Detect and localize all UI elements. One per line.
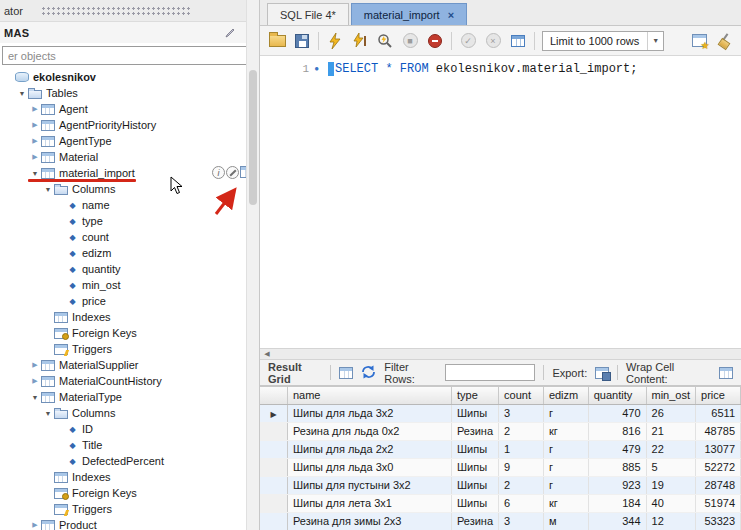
row-selector[interactable]: [260, 494, 287, 512]
expander-icon[interactable]: ▼: [29, 394, 41, 401]
expander-icon[interactable]: ▼: [42, 410, 54, 417]
grid-cell[interactable]: 9: [499, 458, 544, 476]
tree-item-materialsupplier[interactable]: ▶MaterialSupplier: [0, 357, 246, 373]
grid-cell[interactable]: 48785: [696, 422, 741, 440]
tree-item-material[interactable]: ▶Material: [0, 149, 246, 165]
grid-options-icon[interactable]: [339, 367, 353, 379]
grid-cell[interactable]: 12: [646, 512, 696, 530]
execute-current-statement-icon[interactable]: [351, 32, 369, 50]
tree-item-agentpriorityhistory[interactable]: ▶AgentPriorityHistory: [0, 117, 246, 133]
grid-col-header-type[interactable]: type: [451, 387, 498, 404]
tree-item-agent[interactable]: ▶Agent: [0, 101, 246, 117]
grid-cell[interactable]: 2: [499, 476, 544, 494]
sql-editor[interactable]: 1 ● SELECT * FROM ekolesnikov.material_i…: [260, 56, 741, 348]
tree-item-foreign-keys[interactable]: Foreign Keys: [0, 325, 246, 341]
filter-objects-input[interactable]: [2, 46, 248, 65]
grid-cell[interactable]: м: [543, 512, 588, 530]
grid-cell[interactable]: Шипы для льда 3x2: [287, 404, 451, 422]
expander-icon[interactable]: ▼: [16, 90, 28, 97]
grid-col-header-count[interactable]: count: [499, 387, 544, 404]
open-file-icon[interactable]: [268, 32, 286, 50]
grid-cell[interactable]: 470: [588, 404, 646, 422]
grid-cell[interactable]: Резина для зимы 2x3: [287, 512, 451, 530]
expander-icon[interactable]: ▶: [29, 521, 41, 529]
tree-item-edizm[interactable]: ◆edizm: [0, 245, 246, 261]
row-selector[interactable]: [260, 440, 287, 458]
row-selector[interactable]: [260, 476, 287, 494]
tree-item-product[interactable]: ▶Product: [0, 517, 246, 530]
grid-cell[interactable]: Резина для льда 0x2: [287, 422, 451, 440]
explain-icon[interactable]: [376, 32, 394, 50]
tree-item-materialcounthistory[interactable]: ▶MaterialCountHistory: [0, 373, 246, 389]
autocommit-icon[interactable]: [509, 32, 527, 50]
grid-cell[interactable]: 21: [646, 422, 696, 440]
tree-item-agenttype[interactable]: ▶AgentType: [0, 133, 246, 149]
expander-icon[interactable]: ▼: [29, 170, 41, 177]
expander-icon[interactable]: ▶: [29, 121, 41, 129]
grid-cell[interactable]: Шипы: [451, 404, 498, 422]
tree-item-id[interactable]: ◆ID: [0, 421, 246, 437]
row-selector[interactable]: [260, 458, 287, 476]
row-selector[interactable]: [260, 422, 287, 440]
grid-col-header-edizm[interactable]: edizm: [543, 387, 588, 404]
grid-cell[interactable]: 6511: [696, 404, 741, 422]
grid-cell[interactable]: 2: [499, 422, 544, 440]
tree-item-quantity[interactable]: ◆quantity: [0, 261, 246, 277]
tab-material-import[interactable]: material_import ×: [351, 3, 467, 25]
tree-item-indexes[interactable]: Indexes: [0, 309, 246, 325]
grid-cell[interactable]: г: [543, 404, 588, 422]
grid-col-header-quantity[interactable]: quantity: [588, 387, 646, 404]
scrollbar-thumb[interactable]: [249, 70, 257, 205]
stop-on-error-icon[interactable]: [426, 32, 444, 50]
export-icon[interactable]: [595, 367, 609, 379]
grid-cell[interactable]: 5: [646, 458, 696, 476]
grid-cell[interactable]: г: [543, 458, 588, 476]
grid-cell[interactable]: Резина: [451, 512, 498, 530]
grid-cell[interactable]: 3: [499, 404, 544, 422]
filter-rows-input[interactable]: [445, 364, 535, 381]
grid-cell[interactable]: Шипы: [451, 494, 498, 512]
add-snippet-icon[interactable]: ★: [690, 32, 708, 50]
execute-icon[interactable]: [326, 32, 344, 50]
refresh-icon[interactable]: [361, 365, 376, 381]
row-selector[interactable]: ▶: [260, 404, 287, 422]
grid-cell[interactable]: Шипы для пустыни 3x2: [287, 476, 451, 494]
pin-icon[interactable]: [224, 27, 236, 39]
close-tab-icon[interactable]: ×: [448, 9, 454, 21]
grid-cell[interactable]: 53323: [696, 512, 741, 530]
grid-cell[interactable]: 1: [499, 440, 544, 458]
grid-cell[interactable]: 184: [588, 494, 646, 512]
grid-cell[interactable]: кг: [543, 422, 588, 440]
grid-cell[interactable]: Шипы: [451, 476, 498, 494]
expander-icon[interactable]: ▶: [29, 361, 41, 369]
grid-cell[interactable]: 52272: [696, 458, 741, 476]
grid-cell[interactable]: 28748: [696, 476, 741, 494]
expander-icon[interactable]: ▶: [29, 377, 41, 385]
grid-cell[interactable]: Шипы: [451, 440, 498, 458]
sql-query-line[interactable]: SELECT * FROM ekolesnikov.material_impor…: [328, 62, 637, 76]
save-icon[interactable]: [293, 32, 311, 50]
grid-cell[interactable]: 885: [588, 458, 646, 476]
tree-item-title[interactable]: ◆Title: [0, 437, 246, 453]
expander-icon[interactable]: ▶: [29, 153, 41, 161]
tree-item-count[interactable]: ◆count: [0, 229, 246, 245]
tab-sql-file-4[interactable]: SQL File 4*: [267, 3, 349, 25]
grid-cell[interactable]: 479: [588, 440, 646, 458]
beautify-icon[interactable]: [715, 32, 733, 50]
grid-cell[interactable]: г: [543, 476, 588, 494]
tree-item-ekolesnikov[interactable]: ekolesnikov: [0, 69, 246, 85]
grid-cell[interactable]: 344: [588, 512, 646, 530]
grid-cell[interactable]: 26: [646, 404, 696, 422]
grid-cell[interactable]: 923: [588, 476, 646, 494]
grid-cell[interactable]: 22: [646, 440, 696, 458]
tree-item-tables[interactable]: ▼Tables: [0, 85, 246, 101]
tree-item-min-ost[interactable]: ◆min_ost: [0, 277, 246, 293]
expander-icon[interactable]: ▶: [29, 137, 41, 145]
tree-item-columns[interactable]: ▼Columns: [0, 405, 246, 421]
grid-cell[interactable]: Шипы: [451, 458, 498, 476]
sidebar-scrollbar[interactable]: [246, 0, 259, 530]
wrap-cell-content-icon[interactable]: [719, 367, 733, 379]
grid-cell[interactable]: Шипы для льда 3x0: [287, 458, 451, 476]
grid-col-header-price[interactable]: price: [696, 387, 741, 404]
tree-item-materialtype[interactable]: ▼MaterialType: [0, 389, 246, 405]
